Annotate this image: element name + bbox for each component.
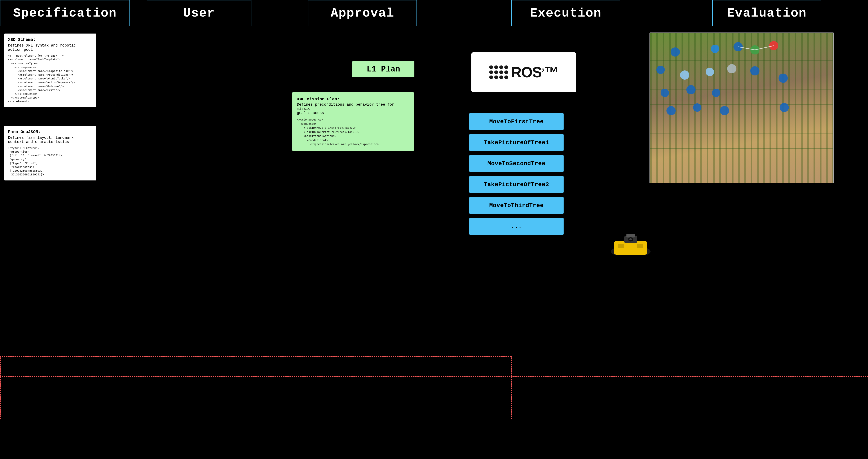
xsd-card-subtitle: Defines XML syntax and roboticaction poo… bbox=[8, 43, 93, 52]
svg-point-15 bbox=[706, 68, 714, 76]
action-btn-take-picture-tree2[interactable]: TakePictureOfTree2 bbox=[469, 176, 564, 193]
svg-point-14 bbox=[680, 70, 689, 80]
svg-point-24 bbox=[720, 106, 729, 115]
farm-map-svg bbox=[650, 33, 833, 183]
geojson-card: Farm GeoJSON: Defines farm layout, landm… bbox=[4, 126, 96, 180]
header-execution: Execution bbox=[511, 0, 620, 26]
xml-mission-code: <ActionSequence> <Sequence> <TaskID>Move… bbox=[297, 118, 409, 146]
action-btn-take-picture-tree1[interactable]: TakePictureOfTree1 bbox=[469, 134, 564, 151]
ros2-text: ROS2™ bbox=[511, 64, 558, 81]
dashed-border-left bbox=[0, 356, 511, 419]
svg-point-25 bbox=[780, 103, 789, 112]
robot-svg bbox=[608, 231, 654, 260]
dashed-left-border bbox=[0, 356, 1, 419]
dashed-top-left bbox=[0, 356, 511, 357]
farm-map bbox=[649, 32, 834, 183]
xsd-schema-card: XSD Schema: Defines XML syntax and robot… bbox=[4, 34, 96, 107]
svg-rect-32 bbox=[626, 234, 635, 238]
svg-point-18 bbox=[779, 73, 788, 83]
geojson-card-title: Farm GeoJSON: bbox=[8, 129, 93, 134]
svg-point-8 bbox=[671, 48, 680, 57]
svg-point-23 bbox=[693, 103, 702, 112]
xsd-card-code: <!-- Root element for the task --> <xs:e… bbox=[8, 54, 93, 103]
svg-rect-33 bbox=[618, 244, 624, 248]
dashed-middle-border bbox=[511, 356, 512, 419]
svg-point-21 bbox=[712, 89, 720, 97]
svg-point-36 bbox=[629, 238, 632, 240]
svg-point-19 bbox=[660, 89, 669, 97]
svg-point-9 bbox=[711, 44, 719, 53]
svg-rect-34 bbox=[637, 244, 643, 248]
geojson-card-subtitle: Defines farm layout, landmarkcontext and… bbox=[8, 135, 93, 144]
action-btn-move-first-tree[interactable]: MoveToFirstTree bbox=[469, 113, 564, 130]
svg-point-22 bbox=[666, 106, 676, 115]
svg-point-13 bbox=[656, 66, 665, 74]
action-btn-move-second-tree[interactable]: MoveToSecondTree bbox=[469, 155, 564, 172]
header-specification: Specification bbox=[0, 0, 130, 26]
l1-plan-box: L1 Plan bbox=[352, 61, 415, 78]
xml-mission-subtitle: Defines preconditions and behavior tree … bbox=[297, 102, 409, 115]
svg-point-20 bbox=[686, 85, 695, 94]
header-evaluation: Evaluation bbox=[712, 0, 821, 26]
header-approval: Approval bbox=[308, 0, 417, 26]
header-user: User bbox=[147, 0, 251, 26]
action-btn-ellipsis[interactable]: ... bbox=[469, 218, 564, 235]
svg-point-16 bbox=[727, 64, 737, 73]
ros2-logo: ROS2™ bbox=[471, 52, 576, 92]
xsd-card-title: XSD Schema: bbox=[8, 37, 93, 42]
ros2-dots-grid bbox=[489, 65, 508, 79]
geojson-card-code: {"type": "Feature", "properties": {"id":… bbox=[8, 146, 93, 177]
xml-mission-plan-note: XML Mission Plan: Defines preconditions … bbox=[292, 92, 414, 151]
xml-mission-title: XML Mission Plan: bbox=[297, 97, 409, 102]
dashed-bottom-border bbox=[0, 376, 868, 377]
robot bbox=[608, 231, 645, 254]
action-btn-move-third-tree[interactable]: MoveToThirdTree bbox=[469, 197, 564, 214]
svg-point-17 bbox=[750, 66, 760, 75]
